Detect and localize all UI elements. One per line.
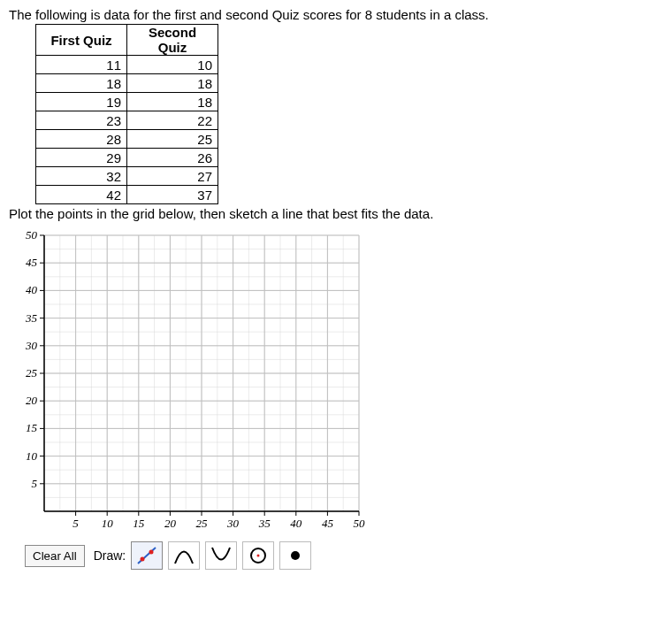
svg-text:45: 45 — [322, 517, 334, 530]
svg-text:5: 5 — [32, 477, 38, 490]
tool-open-circle[interactable] — [242, 541, 274, 570]
table-cell: 22 — [127, 111, 218, 130]
svg-text:50: 50 — [354, 517, 366, 530]
tool-dot[interactable] — [279, 541, 311, 570]
table-cell: 26 — [127, 149, 218, 167]
arch-down-icon — [210, 545, 233, 566]
svg-text:35: 35 — [25, 311, 38, 325]
draw-label: Draw: — [94, 548, 126, 563]
filled-dot-icon — [284, 545, 307, 566]
col-header-1: First Quiz — [36, 25, 127, 56]
svg-text:10: 10 — [26, 449, 38, 463]
plot-grid[interactable]: 51015202530354045505101520253035404550 — [14, 226, 655, 536]
table-cell: 11 — [36, 56, 127, 74]
table-cell: 23 — [36, 111, 127, 130]
svg-point-108 — [149, 550, 154, 555]
svg-text:50: 50 — [26, 228, 38, 242]
svg-text:20: 20 — [26, 394, 38, 407]
line-with-points-icon — [135, 545, 158, 566]
table-cell: 18 — [36, 74, 127, 93]
table-cell: 28 — [36, 130, 127, 149]
svg-text:10: 10 — [102, 517, 114, 530]
table-cell: 18 — [127, 74, 218, 93]
instruction-text: Plot the points in the grid below, then … — [9, 206, 655, 221]
table-row: 2926 — [36, 149, 218, 167]
table-cell: 42 — [36, 186, 127, 204]
svg-text:45: 45 — [26, 256, 38, 269]
table-row: 1110 — [36, 56, 218, 74]
tool-parabola-down[interactable] — [205, 541, 237, 570]
clear-all-button[interactable]: Clear All — [25, 545, 85, 567]
svg-text:25: 25 — [26, 366, 38, 380]
table-row: 2322 — [36, 111, 218, 130]
svg-line-106 — [138, 548, 156, 564]
table-cell: 10 — [127, 56, 218, 74]
svg-text:15: 15 — [26, 421, 38, 434]
table-cell: 27 — [127, 167, 218, 186]
table-cell: 32 — [36, 167, 127, 186]
svg-text:40: 40 — [26, 283, 38, 296]
table-row: 1818 — [36, 74, 218, 93]
svg-point-110 — [257, 555, 260, 557]
table-cell: 37 — [127, 186, 218, 204]
open-circle-icon — [247, 545, 270, 566]
tool-line[interactable] — [131, 541, 163, 570]
table-cell: 29 — [36, 149, 127, 167]
table-cell: 19 — [36, 93, 127, 111]
intro-text: The following is data for the first and … — [9, 7, 655, 22]
table-row: 1918 — [36, 93, 218, 111]
table-row: 3227 — [36, 167, 218, 186]
svg-text:40: 40 — [290, 517, 302, 530]
svg-text:35: 35 — [258, 517, 271, 530]
svg-text:30: 30 — [25, 339, 38, 352]
arch-up-icon — [172, 545, 195, 566]
col-header-2: Second Quiz — [127, 25, 218, 56]
svg-text:15: 15 — [133, 517, 145, 530]
svg-text:5: 5 — [73, 517, 79, 530]
draw-toolbar: Clear All Draw: — [25, 541, 655, 570]
svg-text:20: 20 — [164, 517, 177, 530]
svg-text:25: 25 — [196, 517, 209, 530]
tool-parabola-up[interactable] — [168, 541, 200, 570]
table-row: 2825 — [36, 130, 218, 149]
data-table: First Quiz Second Quiz 11101818191823222… — [35, 24, 218, 204]
svg-text:30: 30 — [226, 517, 240, 530]
svg-point-111 — [291, 551, 300, 560]
table-cell: 18 — [127, 93, 218, 111]
svg-point-107 — [141, 557, 145, 562]
table-row: 4237 — [36, 186, 218, 204]
table-cell: 25 — [127, 130, 218, 149]
